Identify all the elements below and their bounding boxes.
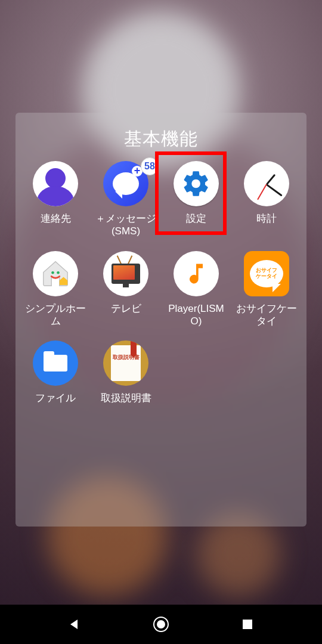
tv-icon [103,251,148,296]
folder-title: 基本機能 [16,127,306,151]
recent-square-icon [241,618,254,631]
app-simple-home[interactable]: シンプルホーム [20,251,91,328]
app-settings[interactable]: 設定 [161,161,231,238]
svg-point-3 [157,620,165,628]
app-folder-panel[interactable]: 基本機能 連絡先 58 + ＋メッセージ(SMS) 設定 [16,113,306,527]
app-label: 連絡先 [41,212,71,225]
app-tv[interactable]: テレビ [91,251,161,328]
contacts-icon [33,161,78,206]
app-player-lismo[interactable]: Player(LISMO) [161,251,231,328]
files-icon [33,340,78,386]
app-label: 時計 [256,212,277,225]
music-note-icon [183,261,209,287]
svg-rect-4 [243,620,252,629]
house-icon [39,258,72,290]
simple-home-icon [33,251,78,296]
app-osaifu-keitai[interactable]: おサイフ ケータイ おサイフケータイ [231,251,302,328]
navigation-bar [0,605,322,644]
svg-point-0 [51,271,54,274]
osaifu-keitai-icon: おサイフ ケータイ [244,251,289,296]
app-contacts[interactable]: 連絡先 [20,161,91,238]
nav-home-button[interactable] [149,612,173,636]
app-label: ＋メッセージ(SMS) [92,212,159,238]
nav-back-button[interactable] [63,612,86,636]
app-label: テレビ [111,302,141,315]
app-label: おサイフケータイ [233,302,300,328]
back-triangle-icon [67,617,82,631]
app-manual[interactable]: 取扱説明書 取扱説明書 [91,340,161,404]
manual-icon: 取扱説明書 [103,340,148,386]
app-label: Player(LISMO) [163,302,230,328]
nav-recent-button[interactable] [236,612,259,636]
app-grid: 連絡先 58 + ＋メッセージ(SMS) 設定 [16,161,306,404]
app-clock[interactable]: 時計 [231,161,302,238]
app-files[interactable]: ファイル [20,340,91,404]
app-label: ファイル [35,392,76,404]
folder-icon [44,355,67,371]
app-plus-message[interactable]: 58 + ＋メッセージ(SMS) [91,161,161,238]
home-circle-icon [152,615,170,633]
highlight-box [155,151,227,235]
app-label: 取扱説明書 [101,392,151,404]
svg-point-1 [57,271,60,274]
music-player-icon [174,251,219,296]
clock-icon [244,161,289,206]
app-label: シンプルホーム [22,302,89,328]
